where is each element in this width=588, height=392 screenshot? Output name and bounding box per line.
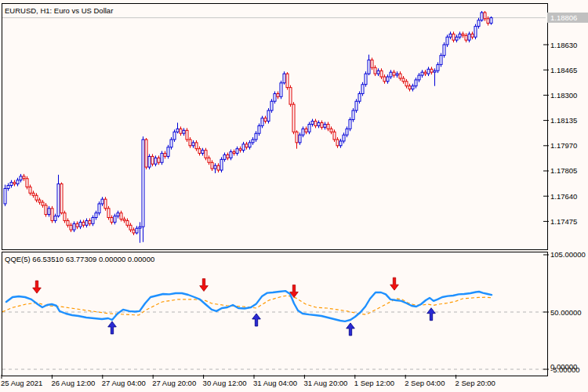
time-axis-label: 30 Aug 12:00 bbox=[203, 379, 247, 387]
price-axis-label: 1.18135 bbox=[550, 116, 577, 125]
sell-arrow-icon bbox=[33, 281, 42, 293]
candles-layer bbox=[2, 11, 546, 243]
qqe-layer bbox=[2, 278, 546, 369]
sell-arrow-icon bbox=[200, 278, 209, 291]
price-axis-label: 1.18630 bbox=[550, 41, 577, 49]
chart-title: EURUSD, H1: Euro vs US Dollar bbox=[5, 6, 113, 15]
sell-arrow-icon bbox=[390, 278, 399, 290]
time-axis-label: 2 Sep 04:00 bbox=[405, 379, 445, 387]
indicator-axis-label: 0.00000 bbox=[550, 362, 577, 371]
indicator-axis-label: 105.00000 bbox=[550, 250, 586, 259]
buy-arrow-icon bbox=[427, 308, 436, 321]
buy-arrow-icon bbox=[108, 321, 117, 334]
time-axis-label: 27 Aug 04:00 bbox=[102, 379, 146, 387]
price-axis-label: 1.17475 bbox=[550, 217, 577, 226]
indicator-axis-label: 50.00000 bbox=[550, 308, 582, 317]
price-axis-label: 1.17805 bbox=[550, 166, 577, 175]
indicator-values-label: QQE(5) 66.53510 63.77309 0.00000 0.00000 bbox=[5, 255, 154, 263]
buy-arrow-icon bbox=[252, 314, 261, 326]
time-axis-label: 2 Sep 20:00 bbox=[456, 379, 495, 387]
time-axis-label: 25 Aug 2021 bbox=[1, 379, 42, 387]
time-axis-label: 26 Aug 12:00 bbox=[51, 379, 95, 387]
price-axis-label: 1.18300 bbox=[550, 91, 577, 100]
chart-canvas[interactable] bbox=[0, 0, 588, 392]
price-axis-label: 1.17970 bbox=[550, 141, 577, 150]
price-axis-label: 1.18465 bbox=[550, 66, 577, 74]
time-axis-label: 31 Aug 20:00 bbox=[303, 379, 347, 387]
mt5-chart-window: { "window": { "background": "#FFFAF7", "… bbox=[0, 0, 588, 392]
current-price-tag: 1.18806 bbox=[547, 13, 588, 23]
time-axis-label: 31 Aug 04:00 bbox=[253, 379, 297, 387]
time-axis-label: 27 Aug 20:00 bbox=[152, 379, 196, 387]
buy-arrow-icon bbox=[347, 323, 355, 336]
qqe-fast-line bbox=[6, 291, 492, 321]
time-axis-label: 1 Sep 12:00 bbox=[354, 379, 394, 387]
price-axis-label: 1.17640 bbox=[550, 192, 577, 201]
